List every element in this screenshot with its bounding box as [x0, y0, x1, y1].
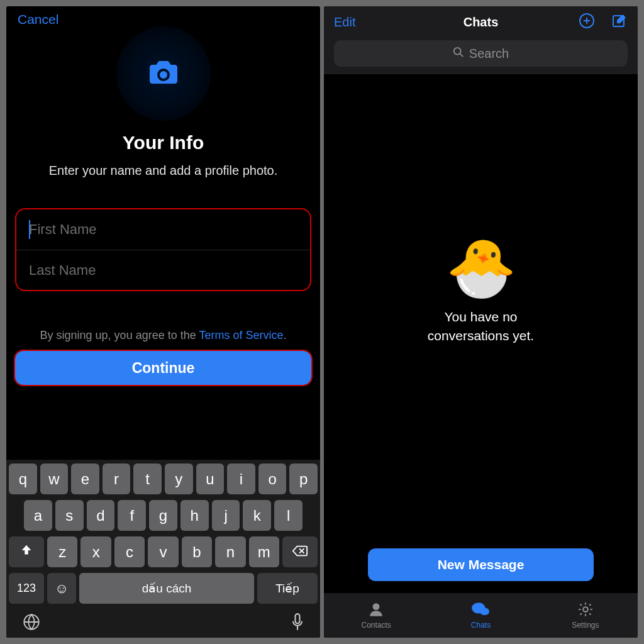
settings-icon [576, 601, 595, 619]
page-subtitle: Enter your name and add a profile photo. [6, 164, 320, 178]
key-backspace[interactable] [282, 536, 318, 567]
key-i[interactable]: i [227, 464, 255, 494]
key-r[interactable]: r [103, 464, 131, 494]
compose-icon[interactable] [611, 13, 628, 31]
key-e[interactable]: e [71, 464, 99, 494]
tab-chats-label: Chats [471, 621, 491, 630]
search-icon [453, 47, 464, 61]
key-f[interactable]: f [118, 500, 146, 531]
key-n[interactable]: n [215, 536, 245, 567]
key-a[interactable]: a [24, 500, 52, 531]
search-input[interactable]: Search [334, 40, 628, 67]
tab-chats[interactable]: Chats [428, 593, 533, 638]
tab-settings-label: Settings [572, 621, 599, 630]
key-numeric[interactable]: 123 [9, 573, 44, 604]
svg-point-0 [160, 71, 167, 79]
nav-bar: Edit Chats Search [324, 6, 638, 74]
key-c[interactable]: c [114, 536, 145, 567]
key-p[interactable]: p [289, 464, 318, 494]
key-u[interactable]: u [196, 464, 225, 494]
backspace-icon [292, 543, 308, 561]
name-input-group [15, 208, 311, 291]
key-shift[interactable] [9, 536, 44, 567]
key-w[interactable]: w [40, 464, 69, 494]
key-next[interactable]: Tiếp [257, 573, 318, 604]
key-v[interactable]: v [148, 536, 178, 567]
key-q[interactable]: q [9, 464, 37, 494]
signup-screen: Cancel Your Info Enter your name and add… [6, 6, 320, 638]
emoji-icon: ☺ [55, 580, 69, 597]
add-photo-button[interactable] [116, 26, 211, 121]
keyboard-row-2: a s d f g h j k l [9, 500, 318, 531]
hatching-chick-icon: 🐣 [446, 240, 516, 296]
page-title: Your Info [6, 132, 320, 153]
keyboard-row-4: 123 ☺ dấu cách Tiếp [9, 573, 318, 604]
edit-button[interactable]: Edit [334, 15, 355, 30]
tab-settings[interactable]: Settings [533, 593, 638, 638]
tab-contacts-label: Contacts [361, 621, 391, 630]
first-name-field[interactable] [16, 209, 310, 250]
key-j[interactable]: j [212, 500, 240, 531]
key-emoji[interactable]: ☺ [47, 573, 76, 604]
globe-icon[interactable] [23, 613, 40, 635]
last-name-field[interactable] [16, 250, 310, 290]
key-t[interactable]: t [133, 464, 162, 494]
chats-icon [471, 601, 490, 619]
keyboard-row-1: q w e r t y u i o p [9, 464, 318, 494]
key-x[interactable]: x [80, 536, 111, 567]
last-name-input[interactable] [29, 262, 297, 279]
key-space[interactable]: dấu cách [79, 573, 254, 604]
nav-title: Chats [464, 15, 499, 30]
mic-icon[interactable] [291, 613, 304, 635]
svg-point-9 [583, 607, 588, 612]
new-message-button[interactable]: New Message [368, 548, 594, 581]
text-caret [29, 220, 30, 239]
new-group-icon[interactable] [579, 13, 595, 31]
key-d[interactable]: d [87, 500, 115, 531]
chats-screen: Edit Chats Search 🐣 You have no conversa… [324, 6, 638, 638]
key-s[interactable]: s [55, 500, 84, 531]
tos-text: By signing up, you agree to the Terms of… [6, 329, 320, 342]
search-placeholder: Search [469, 47, 509, 61]
empty-state-text: You have no conversations yet. [428, 308, 534, 346]
key-b[interactable]: b [182, 536, 212, 567]
key-y[interactable]: y [165, 464, 193, 494]
key-h[interactable]: h [180, 500, 209, 531]
camera-icon [148, 60, 179, 87]
shift-icon [19, 543, 33, 561]
key-g[interactable]: g [149, 500, 177, 531]
key-m[interactable]: m [249, 536, 279, 567]
first-name-input[interactable] [29, 221, 297, 238]
svg-point-5 [454, 47, 461, 54]
tab-bar: Contacts Chats Settings [324, 592, 638, 638]
tos-link[interactable]: Terms of Service [199, 329, 283, 341]
key-z[interactable]: z [47, 536, 77, 567]
cancel-button[interactable]: Cancel [18, 12, 58, 27]
keyboard-row-3: z x c v b n m [9, 536, 318, 567]
svg-point-6 [373, 603, 380, 610]
tab-contacts[interactable]: Contacts [324, 593, 428, 638]
key-k[interactable]: k [243, 500, 271, 531]
key-o[interactable]: o [258, 464, 287, 494]
continue-button[interactable]: Continue [15, 351, 311, 385]
soft-keyboard: q w e r t y u i o p a s d f g h j k l z [6, 460, 320, 638]
empty-state: 🐣 You have no conversations yet. [324, 74, 638, 548]
svg-point-8 [480, 608, 489, 615]
key-l[interactable]: l [274, 500, 303, 531]
contacts-icon [367, 601, 386, 619]
keyboard-bottom [9, 609, 318, 636]
svg-rect-2 [296, 614, 300, 623]
